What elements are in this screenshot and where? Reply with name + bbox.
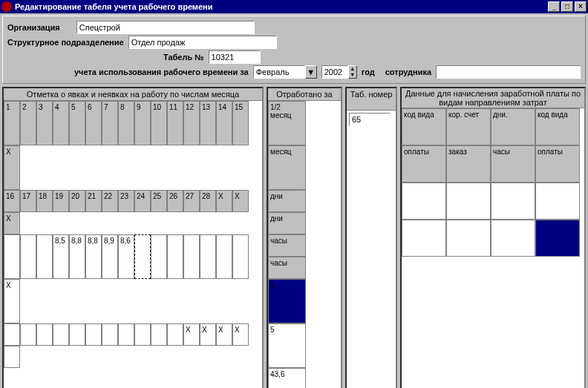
spinner-arrows[interactable]: ▲▼ <box>348 65 357 79</box>
month-dropdown[interactable]: ▼ <box>253 65 317 79</box>
year-value[interactable] <box>321 65 348 79</box>
payroll-cell[interactable] <box>446 220 491 257</box>
day-value[interactable]: 8,6 <box>118 234 134 279</box>
org-label: Организация <box>7 23 60 32</box>
day-value[interactable]: X <box>216 323 232 346</box>
minimize-button[interactable]: _ <box>548 1 560 12</box>
day-value[interactable] <box>85 323 102 346</box>
payroll-header-cell: кор. счет <box>446 108 491 145</box>
day-value[interactable] <box>36 234 53 279</box>
attendance-header: Отметка о явках и неявках на работу по ч… <box>4 88 262 101</box>
worked-header: дни <box>268 190 306 212</box>
worked-value[interactable]: 5 <box>268 279 306 323</box>
period-label: учета использования рабочего времени за <box>74 68 249 76</box>
marks-row-3: 8,58,88,88,98,6X <box>4 234 262 323</box>
day-header: 20 <box>69 190 85 212</box>
worked-header: часы <box>268 234 306 257</box>
close-button[interactable]: × <box>575 1 587 12</box>
employee-label: сотрудника <box>385 68 431 76</box>
payroll-panel: Данные для начисления заработной платы п… <box>400 87 586 388</box>
day-value[interactable] <box>151 234 167 279</box>
day-value[interactable] <box>183 234 200 279</box>
year-suffix: год <box>362 68 375 76</box>
day-value[interactable] <box>118 323 134 346</box>
worked-value[interactable]: 5 <box>268 323 306 368</box>
day-header: 25 <box>151 190 167 212</box>
day-header: 26 <box>167 190 183 212</box>
day-value[interactable] <box>167 323 183 346</box>
worked-value[interactable]: 43,6 <box>268 368 306 388</box>
header-panel: Организация Структурное подразделение Та… <box>2 16 586 84</box>
worked-panel: Отработано за 1/2 месяцмесяц днидни часы… <box>267 87 342 388</box>
day-value[interactable]: X <box>232 323 249 346</box>
day-header: 4 <box>53 101 69 145</box>
day-header: 27 <box>183 190 200 212</box>
payroll-cell[interactable] <box>446 183 491 220</box>
day-value[interactable] <box>167 234 183 279</box>
worked-cols1: 1/2 месяцмесяц <box>268 101 341 190</box>
day-header: 21 <box>85 190 102 212</box>
day-value[interactable] <box>36 323 53 346</box>
marks-row-2: 16171819202122232425262728XXX <box>4 190 262 234</box>
worked-header: месяц <box>268 145 306 190</box>
org-input[interactable] <box>76 21 255 34</box>
day-value[interactable]: X <box>4 279 20 323</box>
month-value[interactable] <box>253 65 305 79</box>
payroll-cell[interactable] <box>402 220 446 257</box>
payroll-cell[interactable] <box>402 183 446 220</box>
dept-input[interactable] <box>128 36 277 49</box>
day-value[interactable] <box>20 323 36 346</box>
maximize-button[interactable]: □ <box>561 1 573 12</box>
day-header: X <box>4 212 20 234</box>
payroll-cell[interactable] <box>491 220 535 257</box>
day-header: 19 <box>53 190 69 212</box>
employee-input[interactable] <box>436 65 581 79</box>
day-value[interactable] <box>134 234 151 279</box>
payroll-cell[interactable] <box>535 183 580 220</box>
day-value[interactable]: 8,8 <box>69 234 85 279</box>
day-value[interactable] <box>134 323 151 346</box>
day-value[interactable]: X <box>183 323 200 346</box>
payroll-header-cell: код вида <box>535 108 580 145</box>
dept-label: Структурное подразделение <box>7 38 124 47</box>
day-value[interactable]: 8,5 <box>53 234 69 279</box>
day-value[interactable] <box>151 323 167 346</box>
payroll-header-cell: дни. <box>491 108 535 145</box>
day-header: 9 <box>134 101 151 145</box>
day-header: 2 <box>20 101 36 145</box>
day-header: 28 <box>200 190 216 212</box>
payroll-cell[interactable] <box>535 220 580 257</box>
day-value[interactable] <box>4 346 20 368</box>
window-title: Редактирование табеля учета рабочего вре… <box>15 2 213 11</box>
day-value[interactable] <box>20 234 36 279</box>
marks-row-1: 123456789101112131415X <box>4 101 262 190</box>
day-header: 10 <box>151 101 167 145</box>
day-value[interactable] <box>4 323 20 346</box>
day-value[interactable] <box>4 234 20 279</box>
payroll-header-cell: оплаты <box>402 145 446 183</box>
day-header: 17 <box>20 190 36 212</box>
payroll-data1 <box>402 183 584 220</box>
day-header: 24 <box>134 190 151 212</box>
chevron-down-icon[interactable]: ▼ <box>305 65 317 79</box>
day-value[interactable]: 8,9 <box>102 234 118 279</box>
payroll-h1: код видакор. счетдни.код вида <box>402 108 584 145</box>
day-value[interactable] <box>200 234 216 279</box>
day-header: 22 <box>102 190 118 212</box>
payroll-cell[interactable] <box>491 183 535 220</box>
day-value[interactable] <box>216 234 232 279</box>
day-header: 8 <box>118 101 134 145</box>
day-value[interactable] <box>53 323 69 346</box>
day-header: X <box>4 145 20 190</box>
day-value[interactable] <box>69 323 85 346</box>
day-value[interactable] <box>232 234 249 279</box>
day-value[interactable] <box>102 323 118 346</box>
tabnum-input[interactable] <box>349 113 391 126</box>
day-header: 15 <box>232 101 249 145</box>
year-spinner[interactable]: ▲▼ <box>321 65 357 79</box>
day-value[interactable]: 8,8 <box>85 234 102 279</box>
tabel-no-input[interactable] <box>209 50 261 64</box>
day-value[interactable]: X <box>200 323 216 346</box>
app-icon <box>1 1 12 12</box>
day-header: X <box>232 190 249 212</box>
